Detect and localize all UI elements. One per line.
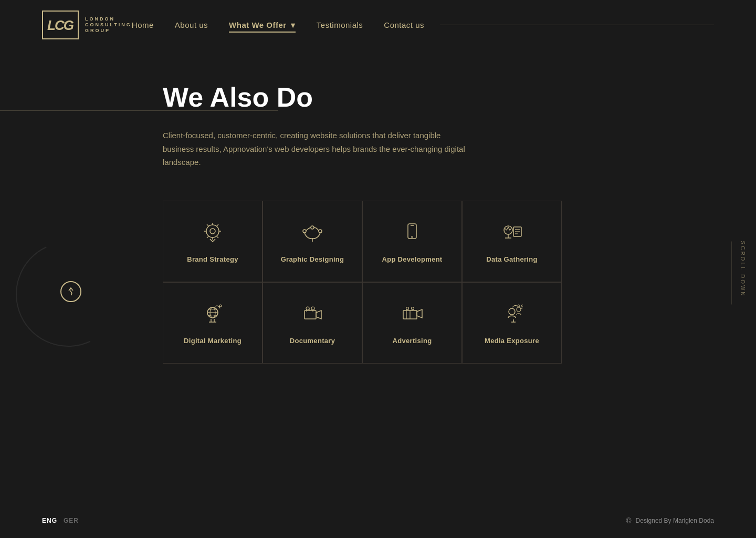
brand-strategy-icon bbox=[200, 220, 226, 246]
svg-point-1 bbox=[206, 225, 219, 237]
svg-text:LCG: LCG bbox=[47, 17, 74, 33]
service-brand-strategy[interactable]: Brand Strategy bbox=[163, 201, 262, 282]
digital-marketing-icon bbox=[200, 301, 226, 327]
svg-point-26 bbox=[219, 305, 222, 307]
documentary-label: Documentary bbox=[290, 337, 335, 345]
app-development-label: App Development bbox=[382, 255, 442, 263]
language-switcher: ENG GER bbox=[42, 517, 79, 524]
svg-point-41 bbox=[517, 307, 521, 312]
page-description: Client-focused, customer-centric, creati… bbox=[163, 129, 467, 169]
svg-point-11 bbox=[303, 230, 306, 233]
logo[interactable]: LCG LONDON CONSULTING GROUP bbox=[42, 11, 132, 39]
svg-line-7 bbox=[207, 224, 208, 226]
svg-point-12 bbox=[319, 230, 322, 233]
documentary-icon bbox=[299, 301, 326, 327]
main-content: We Also Do Client-focused, customer-cent… bbox=[0, 50, 756, 395]
svg-point-40 bbox=[509, 308, 515, 315]
svg-point-2 bbox=[210, 229, 215, 234]
lang-ger[interactable]: GER bbox=[64, 517, 79, 524]
media-exposure-label: Media Exposure bbox=[485, 337, 539, 345]
service-documentary[interactable]: Documentary bbox=[262, 282, 362, 364]
scroll-down-indicator: SCROLL DOWN bbox=[731, 234, 746, 305]
svg-line-8 bbox=[217, 224, 218, 226]
data-gathering-label: Data Gathering bbox=[486, 255, 537, 263]
nav-item-contact[interactable]: Contact us bbox=[384, 20, 424, 30]
chevron-down-icon: ▾ bbox=[291, 20, 296, 29]
advertising-icon bbox=[399, 301, 425, 327]
service-graphic-designing[interactable]: Graphic Designing bbox=[262, 201, 362, 282]
nav-decorative-line bbox=[440, 25, 714, 25]
nav-item-testimonials[interactable]: Testimonials bbox=[317, 20, 363, 30]
service-data-gathering[interactable]: Data Gathering bbox=[462, 201, 562, 282]
svg-line-10 bbox=[217, 236, 218, 238]
services-grid: Brand Strategy Graphic Designing bbox=[163, 201, 562, 364]
navbar: LCG LONDON CONSULTING GROUP Home About u… bbox=[0, 0, 756, 50]
page-title: We Also Do bbox=[163, 81, 714, 113]
logo-mark: LCG bbox=[42, 11, 79, 39]
svg-point-37 bbox=[412, 307, 414, 309]
footer-credit: © Designed By Mariglen Doda bbox=[626, 516, 714, 525]
svg-rect-27 bbox=[304, 311, 316, 319]
footer: ENG GER © Designed By Mariglen Doda bbox=[0, 503, 756, 538]
media-exposure-icon bbox=[499, 301, 525, 327]
svg-point-42 bbox=[518, 305, 520, 307]
nav-item-about[interactable]: About us bbox=[175, 20, 208, 30]
logo-text-block: LONDON CONSULTING GROUP bbox=[85, 16, 132, 33]
nav-item-what-we-offer[interactable]: What We Offer ▾ bbox=[229, 20, 296, 30]
advertising-label: Advertising bbox=[393, 337, 432, 345]
svg-point-13 bbox=[311, 226, 314, 229]
app-development-icon bbox=[399, 220, 425, 246]
copyright-icon: © bbox=[626, 516, 631, 525]
nav-item-home[interactable]: Home bbox=[132, 20, 154, 30]
digital-marketing-label: Digital Marketing bbox=[184, 337, 242, 345]
service-app-development[interactable]: App Development bbox=[362, 201, 462, 282]
scroll-down-line bbox=[731, 242, 732, 305]
svg-point-17 bbox=[412, 236, 413, 237]
graphic-designing-label: Graphic Designing bbox=[281, 255, 344, 263]
svg-point-36 bbox=[406, 307, 409, 309]
svg-line-9 bbox=[207, 236, 208, 238]
credit-text: Designed By Mariglen Doda bbox=[636, 517, 714, 524]
graphic-designing-icon bbox=[299, 220, 326, 246]
brand-strategy-label: Brand Strategy bbox=[187, 255, 238, 263]
scroll-down-label: SCROLL DOWN bbox=[740, 241, 746, 297]
service-digital-marketing[interactable]: Digital Marketing bbox=[163, 282, 262, 364]
data-gathering-icon bbox=[499, 220, 525, 246]
service-advertising[interactable]: Advertising bbox=[362, 282, 462, 364]
service-media-exposure[interactable]: Media Exposure bbox=[462, 282, 562, 364]
lang-eng[interactable]: ENG bbox=[42, 517, 57, 524]
nav-links: Home About us What We Offer ▾ Testimonia… bbox=[132, 20, 424, 30]
